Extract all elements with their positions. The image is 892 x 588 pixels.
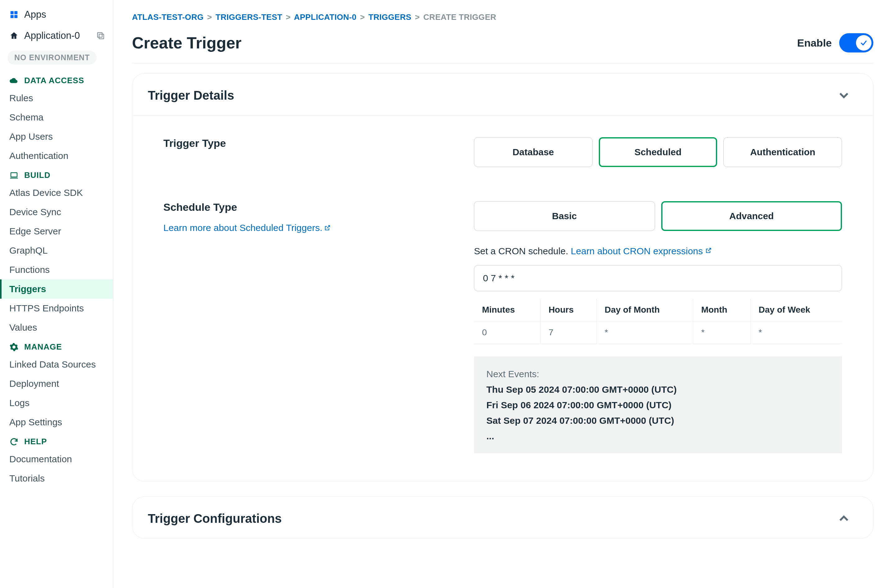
sidebar-heading-manage: MANAGE: [0, 337, 113, 355]
sidebar-item-values[interactable]: Values: [0, 318, 113, 337]
sidebar-item-atlas-device-sdk[interactable]: Atlas Device SDK: [0, 183, 113, 202]
page-title: Create Trigger: [132, 33, 242, 52]
trigger-configurations-title: Trigger Configurations: [148, 512, 282, 526]
trigger-type-segmented: Database Scheduled Authentication: [474, 137, 842, 167]
sidebar-item-https-endpoints[interactable]: HTTPS Endpoints: [0, 298, 113, 318]
external-link-icon: [705, 248, 712, 254]
trigger-type-database[interactable]: Database: [474, 137, 593, 167]
cron-col-minutes: Minutes: [474, 298, 541, 321]
main-content: ATLAS-TEST-ORG > TRIGGERS-TEST > APPLICA…: [113, 0, 892, 588]
sidebar-item-tutorials[interactable]: Tutorials: [0, 469, 113, 488]
cron-input[interactable]: [474, 265, 842, 291]
trigger-details-header[interactable]: Trigger Details: [132, 74, 873, 116]
sidebar: Apps Application-0 NO ENVIRONMENT DATA A…: [0, 0, 113, 588]
cron-col-hours: Hours: [541, 298, 597, 321]
trigger-configurations-panel: Trigger Configurations: [132, 496, 873, 538]
gear-icon: [9, 342, 19, 352]
cron-val-dom: *: [596, 321, 693, 344]
sidebar-apps[interactable]: Apps: [0, 4, 113, 24]
enable-toggle[interactable]: [839, 33, 873, 52]
next-events-item: Thu Sep 05 2024 07:00:00 GMT+0000 (UTC): [487, 382, 830, 398]
breadcrumb-current: CREATE TRIGGER: [423, 12, 496, 22]
cron-val-month: *: [693, 321, 750, 344]
sidebar-item-logs[interactable]: Logs: [0, 393, 113, 412]
chevron-down-icon: [836, 88, 851, 103]
trigger-type-row: Trigger Type Database Scheduled Authenti…: [164, 137, 842, 167]
next-events-item: Sat Sep 07 2024 07:00:00 GMT+0000 (UTC): [487, 413, 830, 428]
cron-hint: Set a CRON schedule. Learn about CRON ex…: [474, 246, 842, 256]
sidebar-item-edge-server[interactable]: Edge Server: [0, 222, 113, 241]
sidebar-app-row[interactable]: Application-0: [0, 24, 113, 47]
trigger-type-label: Trigger Type: [164, 137, 461, 149]
toggle-knob: [856, 35, 871, 51]
sidebar-item-graphql[interactable]: GraphQL: [0, 241, 113, 260]
schedule-type-label: Schedule Type: [164, 201, 461, 213]
trigger-details-title: Trigger Details: [148, 88, 234, 102]
sidebar-item-triggers[interactable]: Triggers: [0, 279, 113, 298]
next-events-item: Fri Sep 06 2024 07:00:00 GMT+0000 (UTC): [487, 398, 830, 413]
cron-col-month: Month: [693, 298, 750, 321]
trigger-type-authentication[interactable]: Authentication: [723, 137, 842, 167]
cron-val-minutes: 0: [474, 321, 541, 344]
cron-val-dow: *: [750, 321, 842, 344]
sidebar-heading-help: HELP: [0, 432, 113, 450]
trigger-details-body: Trigger Type Database Scheduled Authenti…: [132, 116, 873, 481]
enable-control: Enable: [797, 33, 873, 52]
sidebar-item-schema[interactable]: Schema: [0, 108, 113, 127]
breadcrumb: ATLAS-TEST-ORG > TRIGGERS-TEST > APPLICA…: [132, 12, 873, 22]
external-link-icon: [324, 225, 330, 231]
svg-rect-5: [98, 33, 102, 37]
sidebar-app-name: Application-0: [24, 30, 80, 41]
schedule-type-basic[interactable]: Basic: [474, 201, 655, 231]
sidebar-item-device-sync[interactable]: Device Sync: [0, 202, 113, 222]
copy-icon[interactable]: [96, 31, 105, 40]
svg-rect-3: [14, 15, 17, 18]
trigger-details-panel: Trigger Details Trigger Type Database Sc…: [132, 73, 873, 482]
page-header: Create Trigger Enable: [132, 33, 873, 63]
sidebar-item-app-users[interactable]: App Users: [0, 127, 113, 146]
env-badge: NO ENVIRONMENT: [8, 51, 97, 64]
laptop-icon: [9, 171, 19, 180]
refresh-icon: [9, 437, 19, 446]
sidebar-item-linked-data-sources[interactable]: Linked Data Sources: [0, 355, 113, 374]
cron-col-dom: Day of Month: [596, 298, 693, 321]
breadcrumb-app[interactable]: APPLICATION-0: [294, 12, 356, 22]
cloud-icon: [9, 76, 19, 86]
schedule-type-row: Schedule Type Learn more about Scheduled…: [164, 201, 842, 453]
next-events-label: Next Events:: [487, 369, 830, 380]
svg-rect-6: [11, 172, 17, 177]
sidebar-item-deployment[interactable]: Deployment: [0, 374, 113, 393]
sidebar-apps-label: Apps: [24, 9, 46, 20]
sidebar-item-documentation[interactable]: Documentation: [0, 450, 113, 469]
sidebar-item-functions[interactable]: Functions: [0, 260, 113, 279]
sidebar-item-app-settings[interactable]: App Settings: [0, 412, 113, 432]
schedule-type-advanced[interactable]: Advanced: [661, 201, 842, 231]
sidebar-heading-data-access: DATA ACCESS: [0, 71, 113, 88]
next-events: Next Events: Thu Sep 05 2024 07:00:00 GM…: [474, 356, 842, 453]
svg-rect-0: [11, 11, 14, 14]
next-events-ellipsis: ...: [487, 428, 830, 444]
home-icon: [9, 31, 19, 40]
schedule-learn-more-link[interactable]: Learn more about Scheduled Triggers.: [164, 223, 330, 233]
svg-rect-1: [14, 11, 17, 14]
svg-rect-2: [11, 15, 14, 18]
svg-rect-4: [99, 34, 104, 39]
cron-breakdown-table: Minutes Hours Day of Month Month Day of …: [474, 298, 842, 344]
schedule-type-segmented: Basic Advanced: [474, 201, 842, 231]
trigger-configurations-header[interactable]: Trigger Configurations: [132, 497, 873, 538]
breadcrumb-project[interactable]: TRIGGERS-TEST: [216, 12, 282, 22]
sidebar-item-authentication[interactable]: Authentication: [0, 146, 113, 165]
cron-col-dow: Day of Week: [750, 298, 842, 321]
cron-val-hours: 7: [541, 321, 597, 344]
enable-label: Enable: [797, 37, 832, 49]
sidebar-item-rules[interactable]: Rules: [0, 88, 113, 108]
trigger-type-scheduled[interactable]: Scheduled: [599, 137, 718, 167]
breadcrumb-triggers[interactable]: TRIGGERS: [368, 12, 411, 22]
sidebar-heading-build: BUILD: [0, 165, 113, 183]
cron-learn-link[interactable]: Learn about CRON expressions: [571, 246, 712, 256]
chevron-up-icon: [836, 511, 851, 526]
breadcrumb-org[interactable]: ATLAS-TEST-ORG: [132, 12, 203, 22]
apps-icon: [9, 10, 19, 19]
